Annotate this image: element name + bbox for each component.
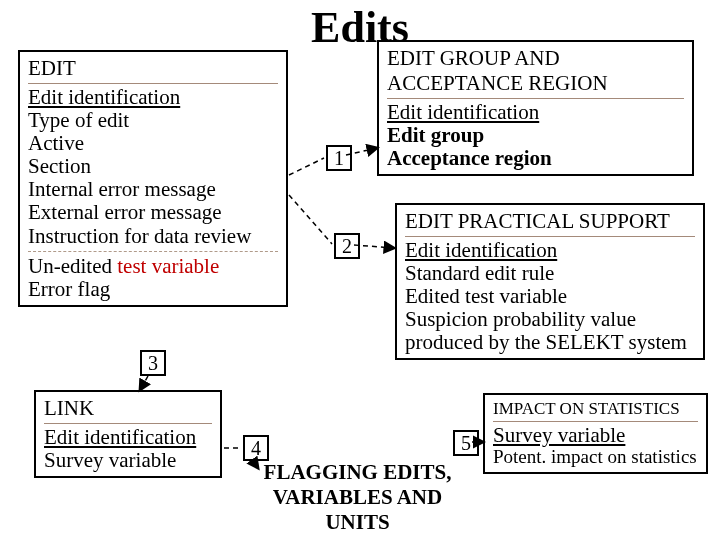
edit-group-box: EDIT GROUP AND ACCEPTANCE REGION Edit id… <box>377 40 694 176</box>
group-line: Edit identification <box>387 101 684 124</box>
connector-num-1: 1 <box>326 145 352 171</box>
edit-line: Edit identification <box>28 86 278 109</box>
link-line: Survey variable <box>44 449 212 472</box>
connector-num-5: 5 <box>453 430 479 456</box>
practical-line: Edit identification <box>405 239 695 262</box>
practical-support-box: EDIT PRACTICAL SUPPORT Edit identificati… <box>395 203 705 360</box>
flagging-caption: FLAGGING EDITS, VARIABLES AND UNITS <box>245 460 470 535</box>
impact-header: IMPACT ON STATISTICS <box>493 399 698 422</box>
connector-num-4: 4 <box>243 435 269 461</box>
impact-line: Survey variable <box>493 424 698 447</box>
edit-line: Section <box>28 155 278 178</box>
edit-line: External error message <box>28 201 278 224</box>
unedited-prefix: Un-edited <box>28 254 117 278</box>
connector-num-3: 3 <box>140 350 166 376</box>
edit-line: Error flag <box>28 278 278 301</box>
practical-line: Edited test variable <box>405 285 695 308</box>
practical-line: Standard edit rule <box>405 262 695 285</box>
link-line: Edit identification <box>44 426 212 449</box>
svg-line-2 <box>289 195 332 244</box>
impact-line: Potent. impact on statistics <box>493 447 698 468</box>
edit-line: Type of edit <box>28 109 278 132</box>
practical-line: Suspicion probability value produced by … <box>405 308 695 354</box>
edit-line-unedited: Un-edited test variable <box>28 255 278 278</box>
edit-box-header: EDIT <box>28 56 278 84</box>
separator <box>28 251 278 252</box>
link-box: LINK Edit identification Survey variable <box>34 390 222 478</box>
svg-line-4 <box>140 376 148 390</box>
group-line: Edit group <box>387 124 684 147</box>
edit-group-header: EDIT GROUP AND ACCEPTANCE REGION <box>387 46 684 99</box>
edit-line: Instruction for data review <box>28 225 278 248</box>
edit-box: EDIT Edit identification Type of edit Ac… <box>18 50 288 307</box>
impact-box: IMPACT ON STATISTICS Survey variable Pot… <box>483 393 708 474</box>
practical-header: EDIT PRACTICAL SUPPORT <box>405 209 695 237</box>
svg-line-3 <box>354 245 394 248</box>
edit-line: Active <box>28 132 278 155</box>
group-line: Acceptance region <box>387 147 684 170</box>
edit-line: Internal error message <box>28 178 278 201</box>
svg-line-0 <box>289 158 324 175</box>
test-variable-red: test variable <box>117 254 219 278</box>
connector-num-2: 2 <box>334 233 360 259</box>
link-header: LINK <box>44 396 212 424</box>
